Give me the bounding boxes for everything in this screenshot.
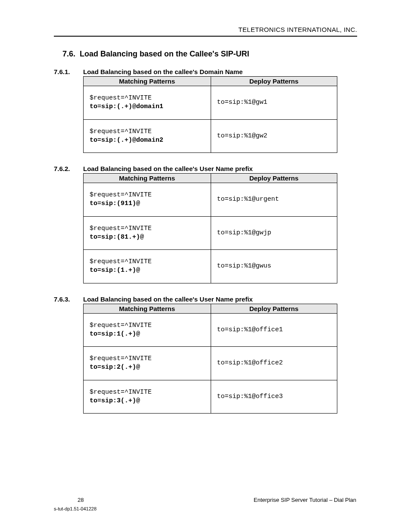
matching-pattern-cell: $request=^INVITEto=sip:(.+)@domain1 (84, 86, 211, 120)
deploy-pattern-cell: to=sip:%1@office2 (211, 347, 337, 380)
subsection-title: Load Balancing based on the callee's Dom… (83, 68, 243, 75)
footer-doc-id: s-tut-dp1.51-041228 (54, 506, 97, 511)
match-to-line: to=sip:(.+)@domain2 (90, 136, 206, 145)
match-request-line: $request=^INVITE (90, 321, 206, 330)
subsection-number: 7.6.3. (54, 296, 83, 303)
table-row: $request=^INVITEto=sip:(.+)@domain2to=si… (84, 119, 337, 153)
match-request-line: $request=^INVITE (90, 224, 206, 233)
subsection-title: Load Balancing based on the callee's Use… (83, 296, 253, 303)
matching-pattern-cell: $request=^INVITEto=sip:(911)@ (84, 183, 211, 217)
subsection-title: Load Balancing based on the callee's Use… (83, 165, 253, 172)
column-header-deploy: Deploy Patterns (211, 304, 337, 313)
page-header: TELETRONICS INTERNATIONAL, INC. (54, 26, 357, 37)
subsection: 7.6.3.Load Balancing based on the callee… (54, 296, 357, 414)
match-request-line: $request=^INVITE (90, 128, 206, 136)
match-to-line: to=sip:(.+)@domain1 (90, 103, 206, 111)
deploy-pattern-cell: to=sip:%1@gwjp (211, 216, 337, 250)
patterns-table: Matching PatternsDeploy Patterns$request… (83, 76, 337, 153)
match-to-line: to=sip:1(.+)@ (90, 330, 206, 339)
column-header-deploy: Deploy Patterns (211, 77, 337, 86)
footer-doc-title: Enterprise SIP Server Tutorial – Dial Pl… (254, 497, 356, 503)
deploy-pattern-cell: to=sip:%1@office1 (211, 313, 337, 347)
match-request-line: $request=^INVITE (90, 388, 206, 397)
column-header-deploy: Deploy Patterns (211, 174, 337, 183)
table-row: $request=^INVITEto=sip:3(.+)@to=sip:%1@o… (84, 380, 337, 414)
table-row: $request=^INVITEto=sip:2(.+)@to=sip:%1@o… (84, 347, 337, 380)
deploy-pattern-cell: to=sip:%1@gw2 (211, 119, 337, 153)
subsection-number: 7.6.1. (54, 68, 83, 75)
deploy-pattern-cell: to=sip:%1@gwus (211, 250, 337, 283)
column-header-matching: Matching Patterns (84, 174, 211, 183)
column-header-matching: Matching Patterns (84, 77, 211, 86)
subsection-number: 7.6.2. (54, 165, 83, 172)
table-row: $request=^INVITEto=sip:(1.+)@to=sip:%1@g… (84, 250, 337, 283)
section-number: 7.6. (62, 50, 75, 58)
match-to-line: to=sip:2(.+)@ (90, 363, 206, 372)
match-request-line: $request=^INVITE (90, 94, 206, 103)
subsection: 7.6.1.Load Balancing based on the callee… (54, 68, 357, 153)
match-request-line: $request=^INVITE (90, 191, 206, 199)
match-to-line: to=sip:3(.+)@ (90, 397, 206, 405)
subsection-heading: 7.6.3.Load Balancing based on the callee… (54, 296, 357, 303)
subsection-heading: 7.6.1.Load Balancing based on the callee… (54, 68, 357, 75)
patterns-table: Matching PatternsDeploy Patterns$request… (83, 173, 337, 283)
table-row: $request=^INVITEto=sip:(.+)@domain1to=si… (84, 86, 337, 120)
matching-pattern-cell: $request=^INVITEto=sip:2(.+)@ (84, 347, 211, 380)
subsection: 7.6.2.Load Balancing based on the callee… (54, 165, 357, 283)
page-number: 28 (78, 497, 84, 503)
matching-pattern-cell: $request=^INVITEto=sip:(81.+)@ (84, 216, 211, 250)
match-to-line: to=sip:(1.+)@ (90, 266, 206, 275)
deploy-pattern-cell: to=sip:%1@office3 (211, 380, 337, 414)
match-request-line: $request=^INVITE (90, 258, 206, 266)
subsection-heading: 7.6.2.Load Balancing based on the callee… (54, 165, 357, 172)
matching-pattern-cell: $request=^INVITEto=sip:(1.+)@ (84, 250, 211, 283)
patterns-table: Matching PatternsDeploy Patterns$request… (83, 304, 337, 414)
table-row: $request=^INVITEto=sip:(81.+)@to=sip:%1@… (84, 216, 337, 250)
table-row: $request=^INVITEto=sip:(911)@to=sip:%1@u… (84, 183, 337, 217)
matching-pattern-cell: $request=^INVITEto=sip:3(.+)@ (84, 380, 211, 414)
matching-pattern-cell: $request=^INVITEto=sip:(.+)@domain2 (84, 119, 211, 153)
match-request-line: $request=^INVITE (90, 355, 206, 363)
deploy-pattern-cell: to=sip:%1@urgent (211, 183, 337, 217)
column-header-matching: Matching Patterns (84, 304, 211, 313)
match-to-line: to=sip:(81.+)@ (90, 233, 206, 242)
match-to-line: to=sip:(911)@ (90, 199, 206, 208)
section-title: Load Balancing based on the Callee's SIP… (80, 50, 249, 58)
section-heading: 7.6. Load Balancing based on the Callee'… (62, 50, 357, 59)
matching-pattern-cell: $request=^INVITEto=sip:1(.+)@ (84, 313, 211, 347)
table-row: $request=^INVITEto=sip:1(.+)@to=sip:%1@o… (84, 313, 337, 347)
deploy-pattern-cell: to=sip:%1@gw1 (211, 86, 337, 120)
